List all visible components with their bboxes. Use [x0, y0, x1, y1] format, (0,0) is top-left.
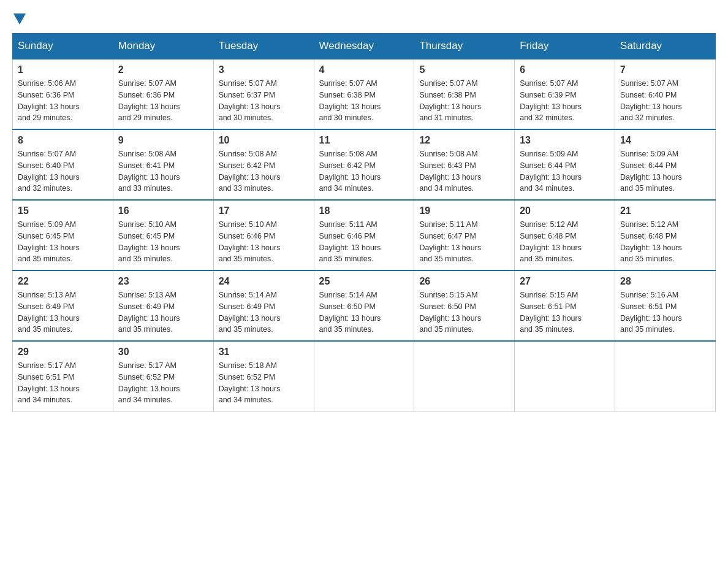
calendar-header-tuesday: Tuesday	[213, 34, 314, 59]
day-info: Sunrise: 5:07 AM Sunset: 6:40 PM Dayligh…	[620, 78, 710, 124]
day-info: Sunrise: 5:10 AM Sunset: 6:46 PM Dayligh…	[219, 219, 309, 265]
day-number: 24	[219, 276, 309, 287]
day-info: Sunrise: 5:07 AM Sunset: 6:40 PM Dayligh…	[18, 148, 108, 194]
day-info: Sunrise: 5:14 AM Sunset: 6:50 PM Dayligh…	[319, 289, 409, 335]
day-number: 14	[620, 135, 710, 146]
day-info: Sunrise: 5:08 AM Sunset: 6:42 PM Dayligh…	[319, 148, 409, 194]
calendar-week-row: 29 Sunrise: 5:17 AM Sunset: 6:51 PM Dayl…	[13, 341, 716, 412]
calendar-week-row: 22 Sunrise: 5:13 AM Sunset: 6:49 PM Dayl…	[13, 270, 716, 341]
day-info: Sunrise: 5:06 AM Sunset: 6:36 PM Dayligh…	[18, 78, 108, 124]
day-number: 1	[18, 64, 108, 75]
day-number: 20	[520, 205, 610, 216]
calendar-cell: 29 Sunrise: 5:17 AM Sunset: 6:51 PM Dayl…	[13, 341, 113, 412]
day-number: 5	[419, 64, 509, 75]
calendar-header-friday: Friday	[515, 34, 615, 59]
day-info: Sunrise: 5:12 AM Sunset: 6:48 PM Dayligh…	[520, 219, 610, 265]
day-info: Sunrise: 5:08 AM Sunset: 6:41 PM Dayligh…	[118, 148, 208, 194]
day-info: Sunrise: 5:13 AM Sunset: 6:49 PM Dayligh…	[118, 289, 208, 335]
calendar-cell: 25 Sunrise: 5:14 AM Sunset: 6:50 PM Dayl…	[314, 270, 414, 341]
day-info: Sunrise: 5:08 AM Sunset: 6:42 PM Dayligh…	[219, 148, 309, 194]
day-number: 21	[620, 205, 710, 216]
day-info: Sunrise: 5:18 AM Sunset: 6:52 PM Dayligh…	[219, 360, 309, 406]
calendar-cell: 15 Sunrise: 5:09 AM Sunset: 6:45 PM Dayl…	[13, 200, 113, 270]
day-number: 4	[319, 64, 409, 75]
day-number: 13	[520, 135, 610, 146]
calendar-cell: 24 Sunrise: 5:14 AM Sunset: 6:49 PM Dayl…	[213, 270, 314, 341]
day-info: Sunrise: 5:07 AM Sunset: 6:39 PM Dayligh…	[520, 78, 610, 124]
calendar-cell: 30 Sunrise: 5:17 AM Sunset: 6:52 PM Dayl…	[113, 341, 213, 412]
day-info: Sunrise: 5:12 AM Sunset: 6:48 PM Dayligh…	[620, 219, 710, 265]
day-number: 23	[118, 276, 208, 287]
calendar-cell: 4 Sunrise: 5:07 AM Sunset: 6:38 PM Dayli…	[314, 59, 414, 129]
calendar-header-thursday: Thursday	[414, 34, 515, 59]
calendar-cell: 18 Sunrise: 5:11 AM Sunset: 6:46 PM Dayl…	[314, 200, 414, 270]
calendar-cell	[314, 341, 414, 412]
calendar-header-monday: Monday	[113, 34, 213, 59]
calendar-header-saturday: Saturday	[615, 34, 716, 59]
day-info: Sunrise: 5:09 AM Sunset: 6:44 PM Dayligh…	[520, 148, 610, 194]
day-number: 8	[18, 135, 108, 146]
calendar-cell: 2 Sunrise: 5:07 AM Sunset: 6:36 PM Dayli…	[113, 59, 213, 129]
calendar-cell: 31 Sunrise: 5:18 AM Sunset: 6:52 PM Dayl…	[213, 341, 314, 412]
day-info: Sunrise: 5:16 AM Sunset: 6:51 PM Dayligh…	[620, 289, 710, 335]
day-info: Sunrise: 5:07 AM Sunset: 6:38 PM Dayligh…	[419, 78, 509, 124]
calendar-cell: 5 Sunrise: 5:07 AM Sunset: 6:38 PM Dayli…	[414, 59, 515, 129]
day-number: 27	[520, 276, 610, 287]
calendar-header-wednesday: Wednesday	[314, 34, 414, 59]
calendar-cell: 8 Sunrise: 5:07 AM Sunset: 6:40 PM Dayli…	[13, 129, 113, 200]
day-number: 31	[219, 347, 309, 358]
day-number: 19	[419, 205, 509, 216]
calendar-week-row: 1 Sunrise: 5:06 AM Sunset: 6:36 PM Dayli…	[13, 59, 716, 129]
calendar-cell: 11 Sunrise: 5:08 AM Sunset: 6:42 PM Dayl…	[314, 129, 414, 200]
day-number: 11	[319, 135, 409, 146]
day-info: Sunrise: 5:13 AM Sunset: 6:49 PM Dayligh…	[18, 289, 108, 335]
day-number: 18	[319, 205, 409, 216]
calendar-cell: 14 Sunrise: 5:09 AM Sunset: 6:44 PM Dayl…	[615, 129, 716, 200]
day-info: Sunrise: 5:15 AM Sunset: 6:50 PM Dayligh…	[419, 289, 509, 335]
calendar-cell	[515, 341, 615, 412]
calendar-header-sunday: Sunday	[13, 34, 113, 59]
day-number: 10	[219, 135, 309, 146]
calendar-cell: 22 Sunrise: 5:13 AM Sunset: 6:49 PM Dayl…	[13, 270, 113, 341]
calendar-cell: 1 Sunrise: 5:06 AM Sunset: 6:36 PM Dayli…	[13, 59, 113, 129]
calendar-cell: 19 Sunrise: 5:11 AM Sunset: 6:47 PM Dayl…	[414, 200, 515, 270]
day-number: 28	[620, 276, 710, 287]
calendar-cell: 13 Sunrise: 5:09 AM Sunset: 6:44 PM Dayl…	[515, 129, 615, 200]
day-info: Sunrise: 5:08 AM Sunset: 6:43 PM Dayligh…	[419, 148, 509, 194]
day-number: 25	[319, 276, 409, 287]
day-info: Sunrise: 5:07 AM Sunset: 6:36 PM Dayligh…	[118, 78, 208, 124]
day-number: 9	[118, 135, 208, 146]
calendar-cell: 21 Sunrise: 5:12 AM Sunset: 6:48 PM Dayl…	[615, 200, 716, 270]
calendar-cell: 7 Sunrise: 5:07 AM Sunset: 6:40 PM Dayli…	[615, 59, 716, 129]
day-info: Sunrise: 5:11 AM Sunset: 6:46 PM Dayligh…	[319, 219, 409, 265]
day-number: 7	[620, 64, 710, 75]
day-info: Sunrise: 5:09 AM Sunset: 6:44 PM Dayligh…	[620, 148, 710, 194]
page-header	[12, 12, 716, 23]
calendar-cell: 17 Sunrise: 5:10 AM Sunset: 6:46 PM Dayl…	[213, 200, 314, 270]
day-number: 30	[118, 347, 208, 358]
calendar-cell	[615, 341, 716, 412]
logo-triangle-icon	[13, 13, 26, 25]
day-info: Sunrise: 5:07 AM Sunset: 6:37 PM Dayligh…	[219, 78, 309, 124]
day-info: Sunrise: 5:10 AM Sunset: 6:45 PM Dayligh…	[118, 219, 208, 265]
day-info: Sunrise: 5:17 AM Sunset: 6:52 PM Dayligh…	[118, 360, 208, 406]
day-info: Sunrise: 5:07 AM Sunset: 6:38 PM Dayligh…	[319, 78, 409, 124]
day-number: 6	[520, 64, 610, 75]
calendar-cell	[414, 341, 515, 412]
day-info: Sunrise: 5:09 AM Sunset: 6:45 PM Dayligh…	[18, 219, 108, 265]
calendar-cell: 6 Sunrise: 5:07 AM Sunset: 6:39 PM Dayli…	[515, 59, 615, 129]
day-number: 3	[219, 64, 309, 75]
calendar-cell: 16 Sunrise: 5:10 AM Sunset: 6:45 PM Dayl…	[113, 200, 213, 270]
day-info: Sunrise: 5:11 AM Sunset: 6:47 PM Dayligh…	[419, 219, 509, 265]
day-number: 2	[118, 64, 208, 75]
calendar-week-row: 15 Sunrise: 5:09 AM Sunset: 6:45 PM Dayl…	[13, 200, 716, 270]
day-number: 16	[118, 205, 208, 216]
day-number: 29	[18, 347, 108, 358]
day-number: 22	[18, 276, 108, 287]
day-info: Sunrise: 5:14 AM Sunset: 6:49 PM Dayligh…	[219, 289, 309, 335]
calendar-cell: 12 Sunrise: 5:08 AM Sunset: 6:43 PM Dayl…	[414, 129, 515, 200]
calendar-cell: 27 Sunrise: 5:15 AM Sunset: 6:51 PM Dayl…	[515, 270, 615, 341]
day-info: Sunrise: 5:15 AM Sunset: 6:51 PM Dayligh…	[520, 289, 610, 335]
calendar-cell: 20 Sunrise: 5:12 AM Sunset: 6:48 PM Dayl…	[515, 200, 615, 270]
day-info: Sunrise: 5:17 AM Sunset: 6:51 PM Dayligh…	[18, 360, 108, 406]
